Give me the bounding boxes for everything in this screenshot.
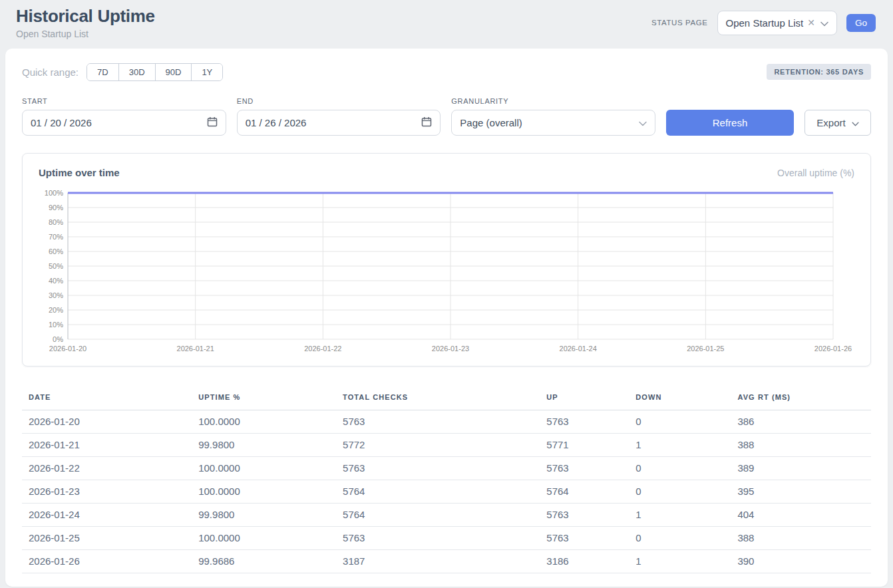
column-header-up: UP bbox=[540, 386, 629, 410]
clear-icon[interactable]: ✕ bbox=[807, 17, 815, 28]
go-button[interactable]: Go bbox=[846, 14, 876, 32]
svg-text:2026-01-26: 2026-01-26 bbox=[814, 345, 852, 353]
end-date-value: 01 / 26 / 2026 bbox=[246, 117, 307, 128]
column-header-down: DOWN bbox=[629, 386, 731, 410]
export-button-label: Export bbox=[816, 117, 845, 128]
table-row: 2026-01-22100.0000576357630389 bbox=[22, 456, 871, 480]
table-cell: 5763 bbox=[336, 456, 540, 480]
chart-title: Uptime over time bbox=[39, 167, 120, 178]
svg-text:30%: 30% bbox=[49, 291, 63, 299]
svg-text:50%: 50% bbox=[49, 262, 63, 270]
table-cell: 2026-01-20 bbox=[22, 410, 192, 433]
table-cell: 5764 bbox=[540, 480, 629, 503]
svg-text:0%: 0% bbox=[53, 335, 63, 343]
table-cell: 2026-01-26 bbox=[22, 549, 192, 573]
table-cell: 1 bbox=[629, 433, 731, 456]
table-cell: 0 bbox=[629, 456, 731, 480]
svg-text:2026-01-24: 2026-01-24 bbox=[560, 345, 597, 353]
table-row: 2026-01-20100.0000576357630386 bbox=[22, 410, 871, 433]
table-cell: 5772 bbox=[336, 433, 540, 456]
granularity-value: Page (overall) bbox=[460, 117, 522, 128]
table-cell: 5763 bbox=[336, 526, 540, 549]
svg-text:60%: 60% bbox=[49, 247, 63, 255]
svg-text:80%: 80% bbox=[49, 218, 63, 226]
svg-text:70%: 70% bbox=[49, 233, 63, 241]
table-cell: 395 bbox=[731, 480, 871, 503]
table-cell: 0 bbox=[629, 410, 731, 433]
column-header-avg-rt-ms-: AVG RT (MS) bbox=[731, 386, 871, 410]
end-date-field: END 01 / 26 / 2026 bbox=[237, 97, 441, 136]
table-cell: 2026-01-22 bbox=[22, 456, 192, 480]
main-panel: Quick range: 7D30D90D1Y RETENTION: 365 D… bbox=[5, 49, 888, 587]
svg-text:2026-01-21: 2026-01-21 bbox=[177, 345, 214, 353]
table-cell: 5771 bbox=[540, 433, 629, 456]
table-cell: 99.9800 bbox=[192, 503, 336, 526]
end-date-label: END bbox=[237, 97, 441, 105]
table-cell: 388 bbox=[731, 433, 871, 456]
status-page-controls: STATUS PAGE Open Startup List ✕ Go bbox=[651, 11, 876, 35]
status-page-select-value: Open Startup List bbox=[726, 17, 804, 29]
table-cell: 404 bbox=[731, 503, 871, 526]
table-cell: 5764 bbox=[336, 480, 540, 503]
start-date-field: START 01 / 20 / 2026 bbox=[22, 97, 226, 136]
quick-range-90d[interactable]: 90D bbox=[155, 64, 192, 80]
start-date-value: 01 / 20 / 2026 bbox=[31, 117, 92, 128]
granularity-select[interactable]: Page (overall) bbox=[451, 110, 655, 136]
export-button[interactable]: Export bbox=[804, 110, 871, 136]
status-page-select[interactable]: Open Startup List ✕ bbox=[717, 11, 837, 35]
quick-range-1y[interactable]: 1Y bbox=[191, 64, 222, 80]
table-cell: 3187 bbox=[336, 549, 540, 573]
column-header-date: DATE bbox=[22, 386, 192, 410]
end-date-input[interactable]: 01 / 26 / 2026 bbox=[237, 110, 441, 136]
refresh-button[interactable]: Refresh bbox=[666, 110, 794, 136]
chevron-down-icon bbox=[639, 117, 647, 128]
svg-text:2026-01-25: 2026-01-25 bbox=[687, 345, 724, 353]
table-cell: 99.9686 bbox=[192, 549, 336, 573]
table-row: 2026-01-2699.9686318731861390 bbox=[22, 549, 871, 573]
table-cell: 2026-01-23 bbox=[22, 480, 192, 503]
table-cell: 99.9800 bbox=[192, 433, 336, 456]
start-date-input[interactable]: 01 / 20 / 2026 bbox=[22, 110, 226, 136]
svg-text:2026-01-20: 2026-01-20 bbox=[49, 345, 87, 353]
column-header-total-checks: TOTAL CHECKS bbox=[336, 386, 540, 410]
uptime-table: DATEUPTIME %TOTAL CHECKSUPDOWNAVG RT (MS… bbox=[22, 386, 871, 573]
top-bar: Historical Uptime Open Startup List STAT… bbox=[0, 0, 893, 46]
table-row: 2026-01-2199.9800577257711388 bbox=[22, 433, 871, 456]
calendar-icon[interactable] bbox=[207, 116, 218, 129]
svg-text:100%: 100% bbox=[45, 189, 63, 197]
retention-badge: RETENTION: 365 DAYS bbox=[767, 64, 871, 80]
uptime-table-body: 2026-01-20100.00005763576303862026-01-21… bbox=[22, 410, 871, 573]
calendar-icon[interactable] bbox=[421, 116, 432, 129]
table-cell: 5763 bbox=[540, 410, 629, 433]
svg-text:2026-01-22: 2026-01-22 bbox=[304, 345, 341, 353]
svg-text:2026-01-23: 2026-01-23 bbox=[432, 345, 469, 353]
page-title: Historical Uptime bbox=[16, 7, 155, 26]
chevron-down-icon bbox=[820, 17, 828, 29]
table-cell: 100.0000 bbox=[192, 480, 336, 503]
svg-text:90%: 90% bbox=[49, 204, 63, 212]
table-row: 2026-01-2499.9800576457631404 bbox=[22, 503, 871, 526]
filter-fields-row: START 01 / 20 / 2026 END 01 / 26 / 2026 … bbox=[22, 97, 871, 136]
table-cell: 1 bbox=[629, 549, 731, 573]
page-subtitle: Open Startup List bbox=[16, 29, 155, 39]
table-cell: 389 bbox=[731, 456, 871, 480]
table-cell: 100.0000 bbox=[192, 526, 336, 549]
table-cell: 5763 bbox=[540, 456, 629, 480]
table-cell: 386 bbox=[731, 410, 871, 433]
chevron-down-icon bbox=[852, 117, 859, 128]
quick-range-7d[interactable]: 7D bbox=[87, 64, 118, 80]
table-cell: 2026-01-24 bbox=[22, 503, 192, 526]
granularity-field: GRANULARITY Page (overall) bbox=[451, 97, 655, 136]
column-header-uptime-: UPTIME % bbox=[192, 386, 336, 410]
table-cell: 0 bbox=[629, 526, 731, 549]
table-cell: 5763 bbox=[540, 503, 629, 526]
table-cell: 2026-01-21 bbox=[22, 433, 192, 456]
quick-range-30d[interactable]: 30D bbox=[118, 64, 155, 80]
table-cell: 5763 bbox=[540, 526, 629, 549]
uptime-chart: 0%10%20%30%40%50%60%70%80%90%100%2026-01… bbox=[39, 188, 854, 355]
table-cell: 390 bbox=[731, 549, 871, 573]
table-cell: 3186 bbox=[540, 549, 629, 573]
svg-text:10%: 10% bbox=[49, 321, 63, 329]
svg-text:40%: 40% bbox=[49, 277, 63, 285]
chart-header: Uptime over time Overall uptime (%) bbox=[39, 167, 854, 178]
